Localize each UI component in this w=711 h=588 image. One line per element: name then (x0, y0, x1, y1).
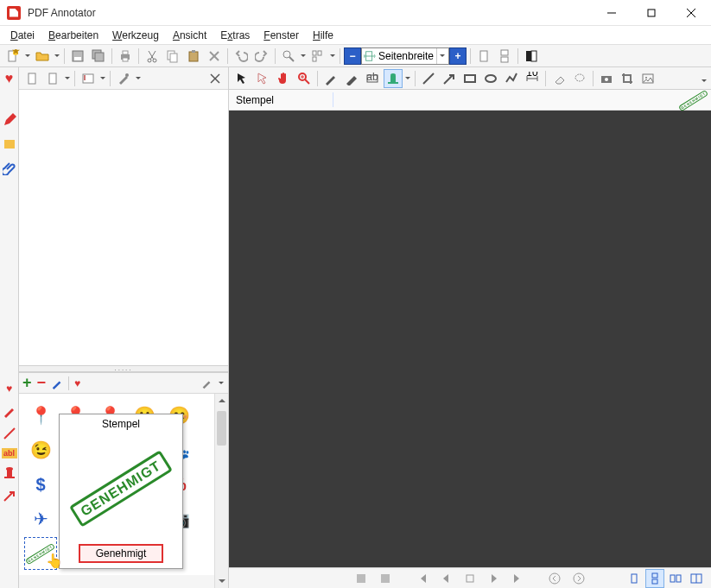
fav-text-icon[interactable]: abl (2, 448, 17, 458)
minimize-button[interactable] (592, 0, 632, 25)
menu-edit[interactable]: Bearbeiten (43, 28, 104, 43)
fav-arrow-icon[interactable] (2, 488, 17, 503)
nav-last[interactable] (509, 569, 528, 588)
fav-pen-icon[interactable] (2, 403, 17, 419)
sp-bookmark-button[interactable] (79, 69, 98, 88)
new-button[interactable]: ★ (3, 47, 22, 66)
dark-mode-button[interactable] (522, 47, 541, 66)
pan-tool[interactable] (274, 69, 293, 88)
zoom-in-button[interactable]: + (449, 47, 467, 65)
nav-forward[interactable] (569, 569, 588, 588)
pointer-tool[interactable] (232, 69, 251, 88)
nav-current[interactable] (460, 569, 479, 588)
nav-next[interactable] (485, 569, 504, 588)
open-dropdown[interactable] (54, 47, 60, 66)
layout-single[interactable] (625, 569, 644, 588)
fav-stamp-icon[interactable] (2, 465, 17, 481)
search-dropdown[interactable] (300, 47, 307, 66)
organize-dropdown[interactable] (329, 47, 336, 66)
crop-tool[interactable] (618, 69, 637, 88)
menu-help[interactable]: Hilfe (308, 28, 339, 43)
edit-stamp-button[interactable] (51, 377, 63, 389)
image-tool[interactable] (638, 69, 657, 88)
current-stamp-preview[interactable]: GENEHMIGT (682, 92, 706, 109)
paste-button[interactable] (184, 47, 203, 66)
sp-settings-dropdown[interactable] (135, 69, 142, 88)
layout-continuous[interactable] (645, 569, 664, 588)
menu-window[interactable]: Fenster (258, 28, 304, 43)
search-button[interactable] (279, 47, 298, 66)
stamp-item[interactable]: $ (24, 468, 57, 501)
menu-extras[interactable]: Extras (215, 28, 255, 43)
zoom-mode-select[interactable]: Seitenbreite (361, 47, 449, 65)
sp-newpage-button[interactable] (43, 69, 62, 88)
cut-button[interactable] (143, 47, 162, 66)
maximize-button[interactable] (632, 0, 671, 25)
organize-button[interactable] (308, 47, 327, 66)
pen-tool[interactable] (321, 69, 340, 88)
attach-icon[interactable] (2, 161, 17, 176)
stamps-scrollbar[interactable] (214, 394, 228, 588)
note-icon[interactable] (2, 136, 17, 152)
sp-settings-button[interactable] (114, 69, 133, 88)
snapshot-tool[interactable] (597, 69, 616, 88)
document-canvas[interactable] (229, 111, 711, 567)
measure-tool[interactable]: 10 (523, 69, 542, 88)
save-all-button[interactable] (89, 47, 108, 66)
svg-rect-38 (4, 477, 15, 478)
nav-back[interactable] (545, 569, 564, 588)
copy-button[interactable] (163, 47, 182, 66)
nav-first[interactable] (412, 569, 431, 588)
zoom-out-button[interactable]: − (344, 47, 361, 65)
eraser-tool[interactable] (549, 69, 568, 88)
save-button[interactable] (68, 47, 87, 66)
pen-red-icon[interactable] (2, 112, 17, 128)
more-tools-dropdown[interactable] (701, 71, 708, 90)
sp-page-button[interactable] (22, 69, 41, 88)
sp-newpage-dropdown[interactable] (64, 69, 71, 88)
textbox-tool[interactable]: ab (363, 69, 382, 88)
stamp-options-button[interactable] (200, 377, 213, 389)
favorites-tab[interactable]: ♥ (2, 71, 17, 86)
undo-button[interactable] (232, 47, 251, 66)
nav-prev[interactable] (436, 569, 455, 588)
close-button[interactable] (671, 0, 711, 25)
arrow-tool[interactable] (440, 69, 459, 88)
fav-line-icon[interactable] (2, 426, 17, 441)
add-stamp-button[interactable]: + (22, 374, 32, 392)
highlighter-tool[interactable] (342, 69, 361, 88)
ellipse-tool[interactable] (481, 69, 500, 88)
remove-stamp-button[interactable]: − (37, 374, 47, 392)
sp-close-button[interactable] (206, 69, 225, 88)
delete-button[interactable] (205, 47, 224, 66)
stamp-options-dropdown[interactable] (218, 374, 225, 393)
single-page-button[interactable] (474, 47, 493, 66)
rect-tool[interactable] (460, 69, 479, 88)
polyline-tool[interactable] (502, 69, 521, 88)
lasso-tool[interactable] (570, 69, 589, 88)
nav-thumb1[interactable] (352, 569, 371, 588)
menu-file[interactable]: Datei (5, 28, 40, 43)
fav-heart-icon[interactable]: ♥ (2, 381, 17, 396)
fav-stamp-button[interactable]: ♥ (74, 377, 80, 389)
new-dropdown[interactable] (24, 47, 31, 66)
line-tool[interactable] (419, 69, 438, 88)
menu-view[interactable]: Ansicht (168, 28, 212, 43)
nav-thumb2[interactable] (376, 569, 395, 588)
panel-splitter[interactable]: ····· (19, 365, 228, 372)
layout-two-page[interactable] (666, 569, 685, 588)
stamp-item[interactable]: 😉 (24, 433, 57, 466)
print-button[interactable] (116, 47, 135, 66)
stamp-tool-dropdown[interactable] (404, 69, 411, 88)
stamp-tool[interactable] (384, 69, 403, 88)
stamp-item[interactable]: ✈ (24, 503, 57, 535)
select-tool[interactable] (253, 69, 272, 88)
stamp-item[interactable]: 📍 (24, 399, 57, 432)
sp-bookmark-dropdown[interactable] (99, 69, 106, 88)
redo-button[interactable] (252, 47, 271, 66)
continuous-button[interactable] (495, 47, 514, 66)
zoom-tool[interactable] (295, 69, 314, 88)
layout-book[interactable] (687, 569, 706, 588)
menu-tool[interactable]: Werkzeug (107, 28, 164, 43)
open-button[interactable] (33, 47, 52, 66)
